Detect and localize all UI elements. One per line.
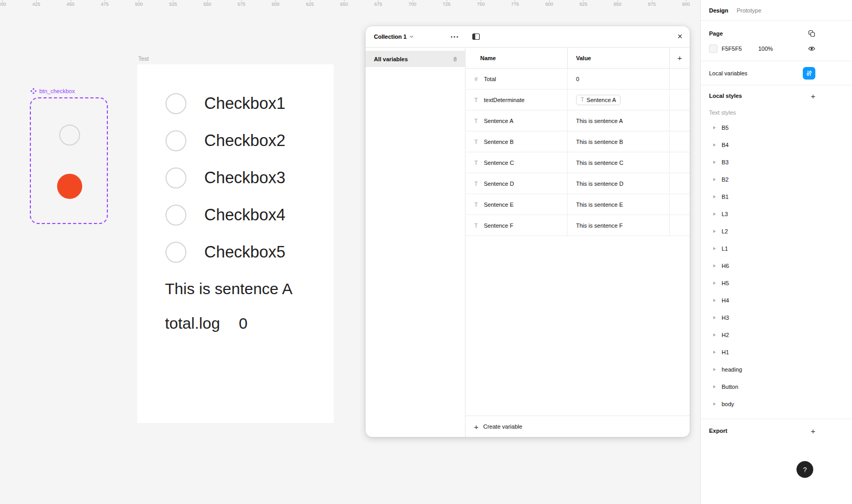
text-style-row[interactable]: H2 xyxy=(701,326,852,343)
variable-row[interactable]: T Sentence E This is sentence E xyxy=(466,194,690,215)
checkbox-row[interactable]: Checkbox4 xyxy=(165,205,285,226)
variable-name-cell[interactable]: T Sentence E xyxy=(466,194,568,215)
variable-value-cell[interactable]: This is sentence E xyxy=(568,194,670,215)
checkbox-circle[interactable] xyxy=(165,205,186,226)
checkbox-circle[interactable] xyxy=(165,242,186,263)
chevron-right-icon[interactable] xyxy=(713,264,716,267)
variable-name-cell[interactable]: T textDeterminate xyxy=(466,89,568,110)
variable-row[interactable]: T Sentence F This is sentence F xyxy=(466,215,690,236)
variable-name-cell[interactable]: T Sentence F xyxy=(466,215,568,236)
variable-value[interactable]: 0 xyxy=(576,76,579,82)
text-style-row[interactable]: B2 xyxy=(701,171,852,188)
close-icon[interactable]: × xyxy=(678,32,682,41)
page-swap-icon[interactable] xyxy=(808,30,815,37)
text-style-row[interactable]: B5 xyxy=(701,119,852,136)
page-color-opacity[interactable]: 100% xyxy=(758,46,773,52)
text-style-row[interactable]: H6 xyxy=(701,257,852,274)
chevron-right-icon[interactable] xyxy=(713,230,716,233)
checkbox-circle[interactable] xyxy=(165,93,186,114)
variable-row[interactable]: T Sentence B This is sentence B xyxy=(466,131,690,152)
chevron-right-icon[interactable] xyxy=(713,368,716,371)
variable-row[interactable]: T textDeterminate T Sentence A xyxy=(466,89,690,110)
variable-value[interactable]: This is sentence C xyxy=(576,160,623,166)
component-selection-label[interactable]: btn_checkbox xyxy=(30,88,75,94)
tab-design[interactable]: Design xyxy=(709,7,728,14)
add-mode-icon[interactable]: + xyxy=(678,54,682,62)
text-style-row[interactable]: heading xyxy=(701,361,852,378)
chevron-right-icon[interactable] xyxy=(713,351,716,354)
variable-value[interactable]: This is sentence F xyxy=(576,222,623,229)
page-color-hex[interactable]: F5F5F5 xyxy=(722,46,758,52)
variable-value[interactable]: This is sentence E xyxy=(576,201,623,208)
chevron-right-icon[interactable] xyxy=(713,143,716,147)
variable-value-cell[interactable]: 0 xyxy=(568,69,670,89)
toggle-sidebar-icon[interactable] xyxy=(472,32,480,41)
variable-value-cell[interactable]: This is sentence F xyxy=(568,215,670,236)
text-style-row[interactable]: L1 xyxy=(701,240,852,257)
variable-value-cell[interactable]: This is sentence B xyxy=(568,131,670,152)
chevron-right-icon[interactable] xyxy=(713,282,716,285)
text-style-row[interactable]: Button xyxy=(701,378,852,395)
variable-value-cell[interactable]: This is sentence D xyxy=(568,173,670,194)
checkbox-row[interactable]: Checkbox2 xyxy=(165,130,285,151)
eye-icon[interactable] xyxy=(808,46,815,52)
variable-value[interactable]: This is sentence D xyxy=(576,181,623,187)
chevron-right-icon[interactable] xyxy=(713,299,716,302)
chevron-right-icon[interactable] xyxy=(713,195,716,198)
checkbox-circle[interactable] xyxy=(165,130,186,151)
checkbox-row[interactable]: Checkbox1 xyxy=(165,93,285,114)
variable-row[interactable]: T Sentence D This is sentence D xyxy=(466,173,690,194)
checkbox-circle[interactable] xyxy=(165,167,186,188)
open-variables-button[interactable] xyxy=(803,67,815,80)
collection-dropdown[interactable]: Collection 1 xyxy=(374,33,414,40)
more-options-icon[interactable]: ••• xyxy=(450,34,459,40)
variable-name-cell[interactable]: T Sentence B xyxy=(466,131,568,152)
text-style-row[interactable]: body xyxy=(701,395,852,412)
variable-name-cell[interactable]: T Sentence D xyxy=(466,173,568,194)
variable-row[interactable]: T Sentence A This is sentence A xyxy=(466,110,690,131)
text-style-row[interactable]: B4 xyxy=(701,136,852,153)
variable-name-cell[interactable]: T Sentence A xyxy=(466,110,568,131)
radio-circle-filled[interactable] xyxy=(57,174,82,199)
chevron-right-icon[interactable] xyxy=(713,247,716,250)
text-style-row[interactable]: H1 xyxy=(701,343,852,361)
sidebar-item-all-variables[interactable]: All variables 8 xyxy=(366,51,465,67)
chevron-right-icon[interactable] xyxy=(713,333,716,337)
checkbox-row[interactable]: Checkbox5 xyxy=(165,242,285,263)
variable-value[interactable]: This is sentence A xyxy=(576,118,623,124)
variable-row[interactable]: # Total 0 xyxy=(466,69,690,89)
variable-value[interactable]: This is sentence B xyxy=(576,139,623,145)
add-export-icon[interactable]: + xyxy=(811,427,815,435)
text-style-row[interactable]: H4 xyxy=(701,292,852,309)
chevron-right-icon[interactable] xyxy=(713,126,716,129)
variable-value-cell[interactable]: This is sentence A xyxy=(568,110,670,131)
chevron-right-icon[interactable] xyxy=(713,402,716,406)
text-style-row[interactable]: L2 xyxy=(701,222,852,240)
frame-test[interactable]: Test Checkbox1 Checkbox2 Checkbox3 xyxy=(137,64,334,423)
tab-prototype[interactable]: Prototype xyxy=(737,7,761,14)
page-color-swatch[interactable] xyxy=(709,44,717,53)
variable-name-cell[interactable]: # Total xyxy=(466,69,568,89)
variable-row[interactable]: T Sentence C This is sentence C xyxy=(466,152,690,173)
chevron-right-icon[interactable] xyxy=(713,161,716,164)
variable-value[interactable]: T Sentence A xyxy=(576,95,621,105)
radio-circle-outline[interactable] xyxy=(59,125,80,145)
checkbox-row[interactable]: Checkbox3 xyxy=(165,167,285,188)
text-style-row[interactable]: B3 xyxy=(701,153,852,171)
chevron-right-icon[interactable] xyxy=(713,178,716,181)
variable-value-cell[interactable]: This is sentence C xyxy=(568,152,670,173)
frame-title[interactable]: Test xyxy=(138,55,149,62)
variable-value-cell[interactable]: T Sentence A xyxy=(568,89,670,110)
chevron-right-icon[interactable] xyxy=(713,316,716,319)
chevron-right-icon[interactable] xyxy=(713,385,716,388)
variable-name-cell[interactable]: T Sentence C xyxy=(466,152,568,173)
text-style-row[interactable]: L3 xyxy=(701,205,852,222)
help-button[interactable]: ? xyxy=(796,461,813,478)
text-style-row[interactable]: H3 xyxy=(701,309,852,326)
text-style-row[interactable]: B1 xyxy=(701,188,852,205)
btn-checkbox-component-selection[interactable] xyxy=(30,97,108,224)
create-variable-button[interactable]: + Create variable xyxy=(466,416,690,437)
add-style-icon[interactable]: + xyxy=(811,92,815,100)
text-style-row[interactable]: H5 xyxy=(701,274,852,292)
chevron-right-icon[interactable] xyxy=(713,212,716,216)
